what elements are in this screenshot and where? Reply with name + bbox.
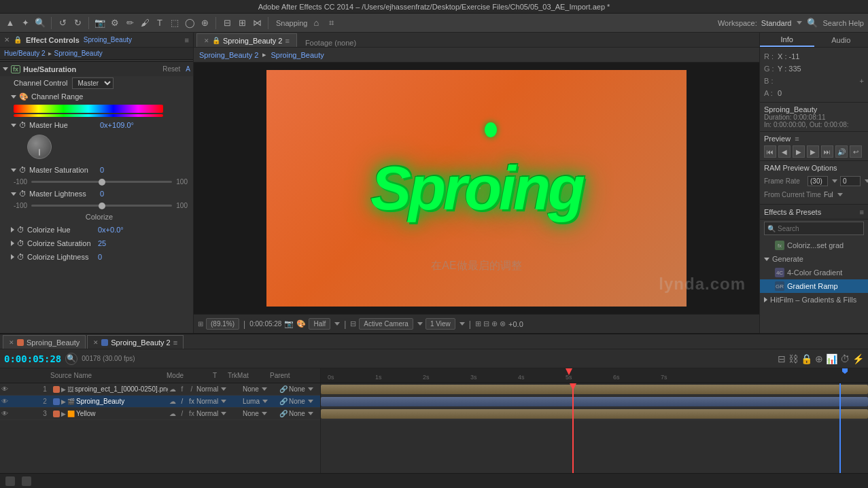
tl-lock-icon[interactable]: 🔒 [801,353,812,364]
layer3-mode-arrow[interactable] [221,412,226,415]
step-fwd-button[interactable]: ▶ [807,145,819,158]
audio-button[interactable]: 🔊 [835,145,848,158]
comp-tab-1[interactable]: ✕ 🔒 Sproing_Beauty 2 ≡ [196,33,297,47]
layer2-motion-blur[interactable]: ☁ [168,398,177,405]
tl-nest-icon[interactable]: ⊟ [778,353,786,364]
master-light-expand[interactable] [11,192,16,196]
redo-icon[interactable]: ↻ [71,17,84,29]
camera-view-button[interactable]: Active Camera [359,318,413,330]
effects-menu-icon[interactable]: ≡ [860,208,864,216]
layer2-expand[interactable]: ▶ [61,398,66,405]
panel-close[interactable]: ✕ [4,36,10,43]
master-light-slider[interactable] [31,205,172,207]
master-hue-expand[interactable] [11,124,16,127]
search-timecode-btn[interactable]: 🔍 [65,353,77,365]
shape-tool-icon[interactable]: ◯ [184,17,196,29]
colorize-sat-value[interactable]: 25 [98,239,106,247]
skip-arrow[interactable] [865,179,868,183]
layer1-mode-arrow[interactable] [221,387,226,391]
distribute-icon[interactable]: ⊞ [236,17,248,29]
text-tool-icon[interactable]: T [154,17,166,29]
tab-info[interactable]: Info [760,33,814,47]
layer2-parent-arrow[interactable] [308,400,313,403]
layer2-trkmat-arrow[interactable] [262,400,268,403]
layer1-eye[interactable]: 👁 [0,385,10,393]
comp-breadcrumb-1[interactable]: Sproing_Beauty 2 [199,51,258,59]
color-gradient-item[interactable]: 4C 4-Color Gradient [760,266,868,279]
master-sat-slider[interactable] [31,181,172,183]
step-back-button[interactable]: ◀ [778,145,791,158]
hitfilm-category[interactable]: HitFilm – Gradients & Fills [760,293,868,307]
snapping-icon[interactable]: ⌂ [311,17,323,29]
gradient-ramp-item[interactable]: GR Gradient Ramp [760,279,868,293]
master-sat-thumb[interactable] [99,179,105,186]
search-help-label[interactable]: Search Help [822,19,864,27]
full-arrow[interactable] [837,193,843,196]
frame-rate-arrow[interactable] [832,179,837,183]
effects-search-input[interactable] [778,225,864,232]
tl-graph-icon[interactable]: 📊 [826,353,837,364]
layer3-eye[interactable]: 👁 [0,410,10,417]
layer2-mode-arrow[interactable] [221,400,226,403]
reset-button[interactable]: Reset [162,65,180,73]
undo-icon[interactable]: ↺ [56,17,69,29]
layer2-effects-switch[interactable]: / [177,398,187,405]
hitfilm-expand-icon[interactable] [764,297,767,302]
puppet-tool-icon[interactable]: ⊕ [198,17,211,29]
tab-audio[interactable]: Audio [814,33,869,47]
tl-time-icon[interactable]: ⏱ [840,353,850,364]
layer3-motion-blur[interactable]: ☁ [168,410,177,417]
colorize-item[interactable]: fx Coloriz...set grad [760,239,868,252]
skip-value[interactable]: 0 [840,176,861,186]
master-light-value[interactable]: 0 [100,190,104,198]
graph-icon[interactable]: ⋈ [251,17,263,29]
workspace-dropdown-arrow[interactable] [797,21,802,24]
arrow-tool-icon[interactable]: ▲ [4,17,16,29]
colorize-hue-value[interactable]: 0x+0.0° [98,226,124,234]
layer1-effects-switch[interactable]: f [177,385,187,393]
layer3-trkmat-arrow[interactable] [262,412,267,415]
tl-3d-icon[interactable]: ⊕ [815,353,823,364]
align-icon[interactable]: ⊟ [221,17,233,29]
colorize-hue-expand[interactable] [11,227,14,232]
master-light-thumb[interactable] [99,203,105,209]
generate-expand-icon[interactable] [764,258,769,261]
layer3-expand[interactable]: ▶ [61,411,66,417]
settings-icon[interactable]: ⚙ [109,17,121,29]
full-label[interactable]: Ful [824,191,833,198]
channel-range-expand[interactable] [11,95,16,99]
loop-button[interactable]: ↩ [850,145,862,158]
pen-tool-icon[interactable]: ✏ [124,17,136,29]
camera-icon[interactable]: 📷 [94,17,106,29]
layer1-trkmat-arrow[interactable] [262,387,267,391]
views-button[interactable]: 1 View [426,318,455,330]
master-sat-expand[interactable] [11,169,16,172]
frame-rate-value[interactable]: (30) [808,176,828,186]
master-sat-value[interactable]: 0 [100,166,104,174]
comp-tab-1-menu[interactable]: ≡ [285,37,289,45]
views-arrow[interactable] [459,322,465,326]
colorize-light-value[interactable]: 0 [98,253,102,261]
zoom-tool-icon[interactable]: 🔍 [34,17,46,29]
panel-menu-icon[interactable]: ≡ [185,36,189,44]
select-tool-icon[interactable]: ✦ [19,17,31,29]
playhead-line[interactable] [572,383,574,473]
quality-button[interactable]: Half [309,318,330,330]
clone-tool-icon[interactable]: ⬚ [169,17,181,29]
comp-tab-close-icon[interactable]: ✕ [204,37,209,44]
timeline-tab-1[interactable]: ✕ Sproing_Beauty [3,335,86,349]
colorize-light-expand[interactable] [11,254,14,260]
camera-arrow[interactable] [417,322,423,326]
timeline-tab-2[interactable]: ✕ Sproing_Beauty 2 ≡ [87,335,184,349]
snap-toggle-icon[interactable]: ⌗ [326,17,338,29]
tl-tab2-menu[interactable]: ≡ [173,338,177,347]
tl-tab2-close[interactable]: ✕ [93,339,99,346]
master-hue-dial[interactable] [27,135,52,159]
comp-breadcrumb-2[interactable]: Sproing_Beauty [271,51,324,59]
layer3-effects-switch[interactable]: / [177,410,187,417]
play-button[interactable]: ▶ [793,145,805,158]
quality-arrow[interactable] [334,322,340,326]
hue-sat-expand-icon[interactable] [3,67,8,71]
workspace-value[interactable]: Standard [761,19,792,27]
colorize-sat-expand[interactable] [11,241,14,246]
